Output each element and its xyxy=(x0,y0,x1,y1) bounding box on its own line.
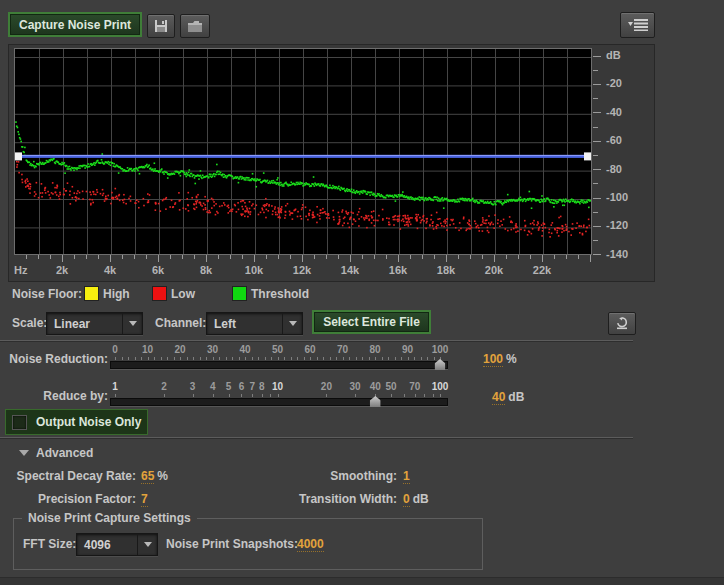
threshold-handle-left[interactable] xyxy=(15,152,22,160)
slider-tick xyxy=(304,357,305,360)
transition-width-number[interactable]: 0 xyxy=(403,492,410,507)
reset-button[interactable] xyxy=(608,312,636,335)
reduce-by-slider[interactable]: 12345678102030405070100 xyxy=(115,381,441,409)
slider-tick-label: 7 xyxy=(250,381,256,392)
folder-icon xyxy=(187,20,204,33)
smoothing-value: 1 xyxy=(403,469,410,483)
scale-dropdown-arrow xyxy=(122,313,142,334)
slider-tick xyxy=(414,357,415,360)
high-color-swatch xyxy=(84,286,99,301)
slider-tick xyxy=(297,357,298,360)
db-axis-tick xyxy=(593,226,601,227)
freq-axis-tick xyxy=(206,255,207,262)
noise-print-capture-settings-group: Noise Print Capture Settings FFT Size: 4… xyxy=(13,518,483,570)
db-axis-minor-tick xyxy=(593,98,598,99)
freq-axis-label: 6k xyxy=(152,264,164,276)
slider-tick-label: 80 xyxy=(369,344,380,355)
slider-tick xyxy=(323,357,324,360)
threshold-handle-right[interactable] xyxy=(584,152,591,160)
slider-tick xyxy=(433,394,434,397)
freq-axis-tick xyxy=(110,255,111,262)
slider-tick xyxy=(161,357,162,360)
freq-axis-tick xyxy=(194,255,195,259)
slider-tick xyxy=(245,357,246,360)
capture-settings-title: Noise Print Capture Settings xyxy=(22,511,197,525)
advanced-title[interactable]: Advanced xyxy=(36,446,93,460)
freq-axis-tick xyxy=(446,255,447,262)
db-axis-minor-tick xyxy=(593,70,598,71)
slider-tick-label: 5 xyxy=(226,381,232,392)
slider-tick xyxy=(219,357,220,360)
freq-axis-tick xyxy=(134,255,135,259)
slider-tick xyxy=(343,357,344,360)
slider-groove[interactable] xyxy=(110,398,448,406)
slider-tick xyxy=(206,357,207,360)
slider-groove[interactable] xyxy=(110,361,448,369)
freq-axis-tick xyxy=(566,255,567,259)
slider-tick xyxy=(232,357,233,360)
slider-tick xyxy=(434,357,435,360)
slider-tick xyxy=(317,357,318,360)
slider-tick xyxy=(388,357,389,360)
freq-axis-tick xyxy=(386,255,387,259)
capture-noise-print-button[interactable]: Capture Noise Print xyxy=(8,12,142,37)
select-entire-file-button[interactable]: Select Entire File xyxy=(312,310,431,334)
fft-size-value: 4096 xyxy=(77,534,137,555)
fft-size-dropdown[interactable]: 4096 xyxy=(76,533,158,556)
db-axis-label: -60 xyxy=(606,134,622,146)
freq-axis-tick xyxy=(158,255,159,262)
graph-plot-area[interactable] xyxy=(14,48,592,255)
slider-tick xyxy=(122,357,123,360)
channel-dropdown[interactable]: Left xyxy=(206,312,303,335)
slider-tick xyxy=(213,394,214,397)
freq-axis-tick xyxy=(338,255,339,259)
slider-tick-label: 8 xyxy=(259,381,265,392)
slider-tick-label: 6 xyxy=(239,381,245,392)
slider-tick xyxy=(440,394,441,397)
freq-axis-tick xyxy=(302,255,303,262)
reduce-by-value-number[interactable]: 40 xyxy=(492,390,505,405)
slider-tick-label: 40 xyxy=(370,381,381,392)
db-axis-tick xyxy=(593,84,601,85)
freq-axis-label: 20k xyxy=(485,264,503,276)
slider-tick-label: 70 xyxy=(409,381,420,392)
frequency-axis: Hz2k4k6k8k10k12k14k16k18k20k22k xyxy=(14,254,614,280)
slider-tick xyxy=(265,357,266,360)
slider-tick xyxy=(395,357,396,360)
panel-menu-button[interactable] xyxy=(620,12,655,38)
db-axis-label: -40 xyxy=(606,106,622,118)
noise-reduction-value-number[interactable]: 100 xyxy=(483,352,503,367)
spectral-decay-rate-unit: % xyxy=(157,469,168,483)
reduce-by-label: Reduce by: xyxy=(0,389,108,403)
scale-dropdown[interactable]: Linear xyxy=(46,312,143,335)
snapshots-number[interactable]: 4000 xyxy=(297,537,324,552)
db-axis-label: dB xyxy=(606,49,621,61)
freq-axis-tick xyxy=(230,255,231,259)
noise-print-snapshots-value: 4000 xyxy=(297,537,324,551)
precision-factor-number[interactable]: 7 xyxy=(141,492,148,507)
output-noise-only-checkbox[interactable] xyxy=(12,415,27,430)
noise-reduction-slider[interactable]: 0102030405060708090100 xyxy=(115,344,441,372)
spectral-decay-rate-label: Spectral Decay Rate: xyxy=(0,469,136,483)
slider-tick xyxy=(271,357,272,360)
slider-tick-label: 3 xyxy=(190,381,196,392)
slider-tick xyxy=(278,394,279,397)
freq-axis-tick xyxy=(506,255,507,259)
slider-tick xyxy=(427,357,428,360)
output-noise-only-label: Output Noise Only xyxy=(36,415,141,429)
load-noise-print-button[interactable] xyxy=(180,14,210,38)
slider-tick-label: 4 xyxy=(210,381,216,392)
noise-floor-graph: dB-20-40-60-80-100-120-140 Hz2k4k6k8k10k… xyxy=(8,44,655,282)
chevron-down-icon xyxy=(289,321,297,326)
advanced-disclosure-triangle[interactable] xyxy=(19,450,29,456)
slider-tick-label: 90 xyxy=(402,344,413,355)
save-noise-print-button[interactable] xyxy=(147,14,175,38)
precision-factor-value: 7 xyxy=(141,492,148,506)
spectral-decay-rate-value: 65% xyxy=(141,469,168,483)
slider-tick xyxy=(239,357,240,360)
spectral-decay-rate-number[interactable]: 65 xyxy=(141,469,154,484)
slider-tick xyxy=(258,357,259,360)
smoothing-number[interactable]: 1 xyxy=(403,469,410,484)
section-divider xyxy=(0,340,633,341)
floppy-disk-icon xyxy=(154,19,168,33)
